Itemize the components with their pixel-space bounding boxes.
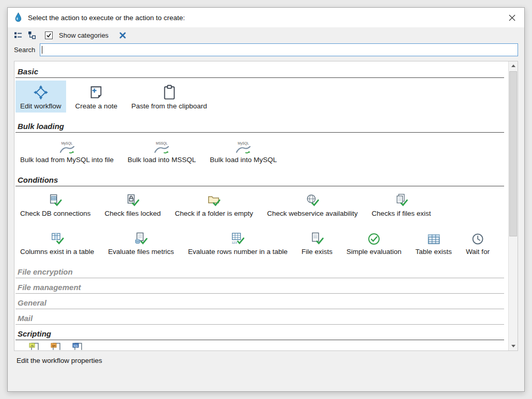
action-label: Bulk load into MySQL: [210, 156, 277, 164]
folder-empty-check-icon: [207, 193, 221, 208]
action-item-evaluate-files-metrics[interactable]: Evaluate files metrics: [103, 227, 179, 258]
category-header: File encryption: [18, 267, 504, 276]
create-note-icon: [88, 85, 104, 100]
category-divider: [15, 340, 504, 340]
category-items-row: Edit workflow Create a note: [15, 78, 504, 117]
clear-search-button[interactable]: [117, 30, 128, 40]
category-divider: [15, 293, 504, 294]
files-metrics-icon: [134, 231, 148, 246]
action-item-evaluate-rows-number[interactable]: 123 Evaluate rows number in a table: [183, 227, 292, 258]
action-label: Evaluate files metrics: [108, 248, 174, 256]
action-select-dialog: Select the action to execute or the acti…: [7, 7, 525, 392]
action-item-check-files-locked[interactable]: Check files locked: [100, 189, 166, 220]
table-exists-icon: [427, 233, 441, 246]
rows-number-icon: 123: [231, 231, 244, 246]
action-item-table-exists[interactable]: Table exists: [411, 227, 457, 258]
action-label: Bulk load from MySQL into file: [20, 156, 114, 164]
list-view-button[interactable]: [13, 30, 23, 40]
action-label: Edit workflow: [20, 102, 61, 110]
scroll-down-button[interactable]: [509, 342, 518, 350]
close-icon: [509, 14, 515, 21]
arrow-up-icon: [511, 65, 515, 67]
scrollbar-track[interactable]: [509, 70, 518, 342]
db-badge: MSSQL: [156, 142, 168, 146]
dialog-title: Select the action to execute or the acti…: [28, 14, 185, 22]
dialog-titlebar: Select the action to execute or the acti…: [8, 8, 524, 27]
action-item-check-webservice[interactable]: Check webservice availability: [262, 189, 363, 220]
action-label: Paste from the clipboard: [131, 102, 207, 110]
category-general: General: [15, 298, 504, 309]
action-item-columns-exist[interactable]: Columns exist in a table: [15, 227, 99, 258]
action-label: Simple evaluation: [347, 248, 402, 256]
action-item-wait-for[interactable]: Wait for: [461, 227, 494, 258]
action-label: Checks if files exist: [372, 210, 431, 217]
action-label: Check DB connections: [20, 210, 91, 217]
search-label: Search: [14, 46, 35, 54]
category-items-row: MySQL Bulk load from MySQL into file MSS…: [15, 133, 504, 171]
show-categories-label[interactable]: Show categories: [59, 31, 108, 39]
action-label: Columns exist in a table: [20, 248, 94, 256]
show-categories-checkbox[interactable]: [45, 31, 53, 39]
category-items-row: Check DB connections Check files locked: [15, 186, 504, 225]
action-item-simple-evaluation[interactable]: Simple evaluation: [342, 227, 406, 258]
tree-view-icon: [28, 31, 36, 39]
svg-text:SH: SH: [52, 344, 56, 347]
action-item-bulk-mysql-to-file[interactable]: MySQL Bulk load from MySQL into file: [15, 135, 118, 166]
db-badge: MySQL: [238, 142, 249, 146]
category-conditions: Conditions Check DB connections: [15, 175, 504, 263]
category-header: File management: [18, 283, 504, 292]
close-button[interactable]: [506, 12, 518, 24]
action-label: Table exists: [415, 248, 452, 256]
db-connections-check-icon: [49, 193, 62, 208]
files-exist-check-icon: [395, 193, 408, 208]
action-item-create-note[interactable]: Create a note: [71, 81, 122, 113]
status-text: Edit the workflow properties: [8, 351, 524, 364]
scroll-up-button[interactable]: [509, 61, 518, 70]
action-item-file-exists[interactable]: File exists: [297, 227, 337, 258]
category-bulk-loading: Bulk loading MySQL Bulk load from MySQ: [15, 122, 504, 171]
file-exists-icon: [310, 231, 324, 246]
mssql-bulk-icon: [154, 146, 169, 154]
columns-exist-icon: [51, 231, 64, 246]
sql-file-icon: SQL: [72, 343, 83, 350]
svg-text:123: 123: [232, 241, 238, 244]
simple-evaluation-icon: [367, 232, 381, 246]
action-item-bulk-into-mssql[interactable]: MSSQL Bulk load into MSSQL: [123, 135, 200, 166]
action-item-paste-clipboard[interactable]: Paste from the clipboard: [127, 81, 211, 113]
category-header: Bulk loading: [18, 122, 504, 131]
svg-text:SQL: SQL: [73, 345, 79, 347]
tree-view-button[interactable]: [27, 30, 37, 40]
files-locked-check-icon: [126, 193, 139, 208]
category-items-row: Columns exist in a table: [15, 225, 504, 263]
action-label: Bulk load into MSSQL: [128, 156, 196, 164]
category-divider: [15, 324, 504, 325]
category-header: General: [18, 298, 504, 307]
scrollbar-thumb[interactable]: [509, 71, 517, 236]
edit-workflow-icon: [33, 85, 49, 100]
action-label: Check if a folder is empty: [175, 210, 253, 217]
search-input[interactable]: [40, 43, 518, 56]
vertical-scrollbar[interactable]: [508, 61, 518, 350]
dialog-toolbar: Show categories: [8, 27, 524, 43]
action-item-check-db-connections[interactable]: Check DB connections: [15, 189, 96, 220]
wait-for-icon: [471, 232, 484, 246]
action-item-check-folder-empty[interactable]: Check if a folder is empty: [170, 189, 258, 220]
action-list: Basic Edit workflo: [14, 61, 518, 351]
arrow-down-icon: [511, 345, 515, 347]
category-file-management: File management: [15, 283, 504, 294]
kettle-droplet-icon: [14, 12, 23, 23]
action-label: Create a note: [75, 102, 118, 110]
action-item-checks-files-exist[interactable]: Checks if files exist: [367, 189, 436, 220]
action-label: Check files locked: [105, 210, 161, 217]
category-divider: [15, 309, 504, 309]
clear-x-icon: [119, 31, 127, 39]
category-items-row-clipped: JS SH SQL: [15, 343, 504, 350]
list-view-icon: [14, 31, 22, 39]
category-header: Conditions: [18, 175, 504, 184]
mysql-bulk-icon: [59, 146, 75, 154]
action-item-edit-workflow[interactable]: Edit workflow: [15, 81, 66, 113]
action-list-content: Basic Edit workflo: [14, 61, 508, 350]
action-label: Wait for: [466, 248, 490, 256]
action-item-bulk-into-mysql[interactable]: MySQL Bulk load into MySQL: [205, 135, 281, 166]
category-mail: Mail: [15, 314, 504, 325]
